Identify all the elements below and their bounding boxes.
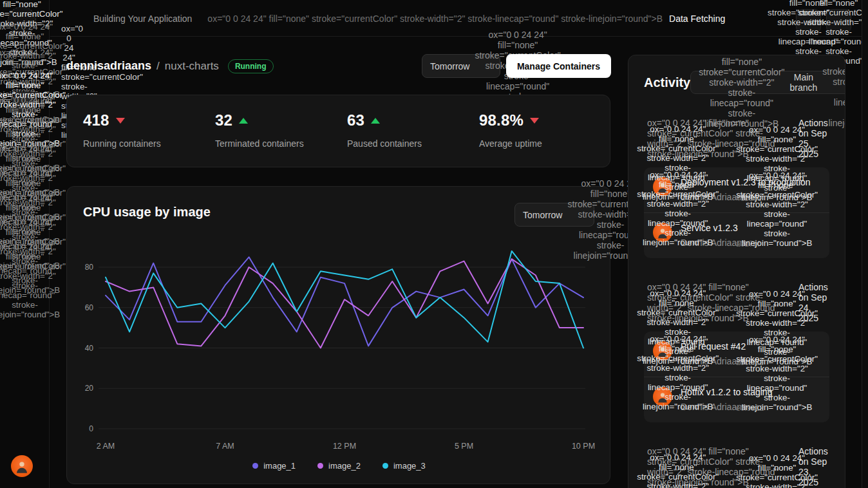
- legend-dot-icon: [382, 463, 388, 469]
- activity-item[interactable]: Service v1.2.3Dennis Adriaansa0d7bfox="0…: [644, 212, 829, 258]
- stat-running-containers: 418Running containers: [83, 111, 215, 151]
- copy-button[interactable]: ox="0 0 24 24" fill="none" stroke="curre…: [637, 324, 719, 412]
- legend-dot-icon: [252, 463, 258, 469]
- view-code-button[interactable]: ox="0 0 24 24" fill="none" stroke="curre…: [736, 160, 818, 248]
- svg-text:10 PM: 10 PM: [572, 442, 595, 451]
- code-icon: ox="0 0 24 24" fill="none" stroke="curre…: [736, 160, 818, 248]
- mail-icon: ox="0 0 24 24" fill="none" stroke="curre…: [0, 229, 66, 319]
- stat-label: Terminated containers: [215, 138, 347, 149]
- manage-containers-button[interactable]: Manage Containers: [506, 54, 611, 78]
- theme-toggle-button[interactable]: ox="0 0 24 24" fill="none" stroke="curre…: [826, 9, 851, 33]
- stat-value: 98.8%: [479, 111, 524, 129]
- topbar-actions: ox="0 0 24 24" fill="none" stroke="curre…: [796, 9, 851, 33]
- legend-item-image_2: image_2: [317, 461, 361, 471]
- trend-up-icon: [371, 118, 380, 124]
- chart-legend: image_1image_2image_3: [67, 461, 611, 471]
- svg-text:20: 20: [85, 384, 94, 393]
- period-select-value: Tomorrow: [430, 61, 469, 71]
- breadcrumb-current: Data Fetching: [669, 14, 725, 24]
- copy-icon: ox="0 0 24 24" fill="none" stroke="curre…: [637, 324, 719, 412]
- top-bar: ox="0 0 24 24" fill="none" stroke="curre…: [50, 0, 868, 37]
- svg-text:2 AM: 2 AM: [97, 442, 115, 451]
- cpu-usage-line-chart: 0204060802 AM7 AM12 PM5 PM10 PM: [67, 248, 611, 460]
- legend-item-image_3: image_3: [382, 461, 426, 471]
- sidebar-toggle-button[interactable]: ox="0 0 24 24" fill="none" stroke="curre…: [61, 11, 77, 26]
- repo-owner: dennisadriaans: [66, 59, 151, 73]
- code-icon: ox="0 0 24 24" fill="none" stroke="curre…: [736, 324, 818, 412]
- cpu-chart-card: CPU usage by image Tomorrow ox="0 0 24 2…: [66, 186, 610, 484]
- svg-text:12 PM: 12 PM: [333, 442, 356, 451]
- stat-value: 418: [83, 111, 109, 129]
- person-avatar-icon: [14, 458, 30, 474]
- trend-up-icon: [239, 118, 248, 124]
- view-code-button[interactable]: ox="0 0 24 24" fill="none" stroke="curre…: [736, 324, 818, 412]
- legend-label: image_1: [263, 461, 296, 471]
- activity-item-actions: ox="0 0 24 24" fill="none" stroke="curre…: [637, 160, 818, 248]
- legend-item-image_1: image_1: [252, 461, 296, 471]
- activity-title: Activity: [644, 75, 690, 90]
- breadcrumb-parent[interactable]: Building Your Application: [93, 14, 192, 24]
- activity-sections: ox="0 0 24 24" fill="none" stroke="curre…: [644, 118, 829, 488]
- svg-text:5 PM: 5 PM: [455, 442, 473, 451]
- copy-button[interactable]: ox="0 0 24 24" fill="none" stroke="curre…: [637, 442, 719, 488]
- stats-card: 418Running containers32Terminated contai…: [66, 95, 610, 167]
- svg-text:80: 80: [85, 263, 94, 272]
- copy-icon: ox="0 0 24 24" fill="none" stroke="curre…: [637, 160, 719, 248]
- scrollbar-track[interactable]: [862, 0, 868, 488]
- view-code-button[interactable]: ox="0 0 24 24" fill="none" stroke="curre…: [736, 442, 818, 488]
- copy-button[interactable]: ox="0 0 24 24" fill="none" stroke="curre…: [637, 160, 719, 248]
- code-icon: ox="0 0 24 24" fill="none" stroke="curre…: [736, 442, 818, 488]
- stat-label: Average uptime: [479, 138, 611, 149]
- repo-name: nuxt-charts: [165, 60, 219, 73]
- breadcrumb: Building Your Application ox="0 0 24 24"…: [93, 0, 725, 37]
- chart-title: CPU usage by image: [83, 205, 211, 220]
- legend-label: image_3: [393, 461, 426, 471]
- chevron-right-icon: ox="0 0 24 24" fill="none" stroke="curre…: [198, 14, 663, 24]
- svg-text:7 AM: 7 AM: [216, 442, 234, 451]
- stat-average-uptime: 98.8%Average uptime: [479, 111, 611, 151]
- activity-item-actions: ox="0 0 24 24" fill="none" stroke="curre…: [637, 324, 818, 412]
- stat-value: 32: [215, 111, 232, 129]
- stat-label: Running containers: [83, 138, 215, 149]
- chart-period-value: Tomorrow: [523, 210, 562, 220]
- chevron-down-icon: ox="0 0 24 24" fill="none" stroke="curre…: [822, 55, 845, 128]
- stat-value: 63: [347, 111, 364, 129]
- sidebar-item-inbox[interactable]: ox="0 0 24 24" fill="none" stroke="curre…: [14, 263, 37, 286]
- copy-icon: ox="0 0 24 24" fill="none" stroke="curre…: [637, 442, 719, 488]
- activity-item[interactable]: Hotfix v1.2.2 to stagingDennis Adriaanse…: [644, 377, 829, 422]
- svg-text:60: 60: [85, 303, 94, 312]
- activity-card: Deployment v1.2.3 to productionDennis Ad…: [644, 167, 829, 258]
- svg-text:0: 0: [89, 424, 93, 433]
- repo-header: dennisadriaans / nuxt-charts Running: [66, 54, 274, 78]
- chart-period-select[interactable]: Tomorrow ox="0 0 24 24" fill="none" stro…: [514, 203, 594, 227]
- stat-paused-containers: 63Paused containers: [347, 111, 479, 151]
- trend-down-icon: [530, 118, 539, 124]
- repo-separator: /: [156, 60, 160, 73]
- svg-text:40: 40: [85, 344, 94, 353]
- activity-item-actions: ox="0 0 24 24" fill="none" stroke="curre…: [637, 442, 818, 488]
- legend-dot-icon: [317, 463, 323, 469]
- stat-terminated-containers: 32Terminated containers: [215, 111, 347, 151]
- activity-card: Pull request #42Dennis Adriaansa9c8f21ox…: [644, 332, 829, 422]
- trend-down-icon: [116, 118, 125, 124]
- period-select[interactable]: Tomorrow ox="0 0 24 24" fill="none" stro…: [422, 54, 500, 78]
- activity-panel: Activity ox="0 0 24 24" fill="none" stro…: [628, 55, 845, 488]
- user-avatar[interactable]: [11, 455, 33, 477]
- legend-label: image_2: [328, 461, 361, 471]
- sidebar-rail: ox="0 0 24 24" fill="none" stroke="curre…: [0, 0, 50, 488]
- branch-select[interactable]: ox="0 0 24 24" fill="none" stroke="curre…: [690, 71, 845, 94]
- stat-label: Paused containers: [347, 138, 479, 149]
- sidebar-nav: ox="0 0 24 24" fill="none" stroke="curre…: [0, 42, 50, 286]
- branch-select-value: Main branch: [790, 72, 818, 93]
- status-badge: Running: [228, 59, 274, 73]
